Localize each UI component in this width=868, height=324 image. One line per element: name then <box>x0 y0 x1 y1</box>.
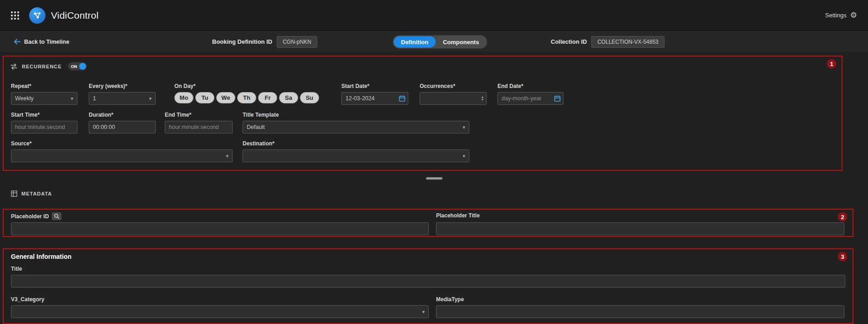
viditrol-app: VidiControl Settings ⚙ Back to Timeline … <box>0 0 868 324</box>
title-label: Title <box>11 266 845 272</box>
destination-field: Destination* ▾ <box>243 140 469 162</box>
source-label: Source* <box>11 140 233 147</box>
media-type-field: MediaType <box>436 296 844 318</box>
chevron-down-icon: ▾ <box>462 153 465 159</box>
duration-input[interactable] <box>89 121 156 134</box>
end-date-field: End Date* <box>497 83 563 105</box>
booking-toolbar: Back to Timeline Booking Definition ID C… <box>0 31 868 53</box>
chevron-down-icon: ▾ <box>71 96 73 102</box>
v3-category-field: V3_Category ▾ <box>11 296 429 318</box>
repeat-label: Repeat* <box>11 83 77 89</box>
booking-definition-label: Booking Definition ID <box>212 38 272 45</box>
metadata-section-header: METADATA <box>11 190 52 197</box>
end-time-input[interactable] <box>165 121 233 134</box>
apps-grid-icon[interactable] <box>11 11 19 20</box>
back-arrow-icon <box>14 39 20 45</box>
start-date-label: Start Date* <box>341 83 408 89</box>
tab-components[interactable]: Components <box>436 36 486 47</box>
title-template-select[interactable]: Default ▾ <box>243 121 469 134</box>
collection-label: Collection ID <box>551 38 587 45</box>
app-title: VidiControl <box>51 10 99 21</box>
toggle-knob <box>79 63 86 70</box>
day-toggle-we[interactable]: We <box>216 92 235 103</box>
end-date-label: End Date* <box>497 83 563 89</box>
v3-category-label: V3_Category <box>11 296 429 303</box>
repeat-field: Repeat* Weekly ▾ <box>11 83 77 105</box>
start-time-field: Start Time* <box>11 112 77 134</box>
view-toggle: Definition Components <box>393 35 487 48</box>
source-field: Source* ▾ <box>11 140 233 162</box>
end-time-field: End Time* <box>165 112 233 134</box>
splitter-handle-icon <box>426 177 442 180</box>
placeholder-title-input[interactable] <box>436 222 844 235</box>
v3-category-select[interactable]: ▾ <box>11 305 429 318</box>
chevron-down-icon: ▾ <box>422 309 425 315</box>
metadata-section-title: METADATA <box>21 191 52 196</box>
booking-definition-group: Booking Definition ID CGN-pNKN <box>212 36 317 48</box>
every-weeks-value: 1 <box>93 95 96 102</box>
recurrence-section: 1 RECURRENCE ON Repeat* Weekly ▾ Every (… <box>3 56 843 171</box>
app-header: VidiControl Settings ⚙ <box>0 0 868 31</box>
tab-definition[interactable]: Definition <box>394 36 436 47</box>
day-toggle-th[interactable]: Th <box>237 92 256 103</box>
back-to-timeline-button[interactable]: Back to Timeline <box>14 39 69 45</box>
calendar-icon[interactable] <box>554 95 561 102</box>
start-date-input[interactable] <box>341 92 408 105</box>
settings-label[interactable]: Settings <box>825 12 847 19</box>
start-time-label: Start Time* <box>11 112 77 118</box>
repeat-value: Weekly <box>15 95 34 102</box>
every-weeks-label: Every (weeks)* <box>89 83 156 89</box>
end-time-label: End Time* <box>165 112 233 118</box>
pane-splitter[interactable] <box>0 175 868 181</box>
start-time-input[interactable] <box>11 121 77 134</box>
chevron-down-icon: ▾ <box>226 153 228 159</box>
placeholder-id-field <box>11 222 429 235</box>
repeat-select[interactable]: Weekly ▾ <box>11 92 77 105</box>
destination-select[interactable]: ▾ <box>243 149 469 162</box>
day-toggle-sa[interactable]: Sa <box>279 92 298 103</box>
recurrence-section-title: RECURRENCE <box>22 64 62 69</box>
source-select[interactable]: ▾ <box>11 149 233 162</box>
start-date-field: Start Date* <box>341 83 408 105</box>
title-template-label: Title Template <box>243 112 469 118</box>
collection-value: COLLECTION-VX-54853 <box>591 36 664 48</box>
title-input[interactable] <box>11 275 845 288</box>
gear-icon[interactable]: ⚙ <box>850 11 857 19</box>
calendar-icon[interactable] <box>399 95 406 102</box>
recurrence-on-toggle[interactable]: ON <box>68 62 87 71</box>
annotation-badge-3: 3 <box>838 252 848 262</box>
chevron-down-icon: ▾ <box>462 124 465 130</box>
placeholder-id-input[interactable] <box>11 222 429 235</box>
on-day-label: On Day* <box>174 83 319 89</box>
day-picker: Mo Tu We Th Fr Sa Su <box>174 92 319 103</box>
booking-definition-value: CGN-pNKN <box>277 36 317 48</box>
chevron-down-icon: ▾ <box>149 96 152 102</box>
toggle-on-label: ON <box>71 64 77 69</box>
day-toggle-tu[interactable]: Tu <box>195 92 214 103</box>
occurrences-input[interactable] <box>420 92 487 105</box>
number-stepper-icon[interactable]: ▴▾ <box>482 96 483 101</box>
back-label: Back to Timeline <box>24 39 69 45</box>
every-weeks-select[interactable]: 1 ▾ <box>89 92 156 105</box>
placeholder-id-label: Placeholder ID <box>11 213 49 220</box>
occurrences-field: Occurrences* ▴▾ <box>420 83 487 105</box>
title-field: Title <box>11 266 845 288</box>
on-day-field: On Day* Mo Tu We Th Fr Sa Su <box>174 83 319 103</box>
collection-group: Collection ID COLLECTION-VX-54853 <box>551 36 665 48</box>
media-type-input[interactable] <box>436 305 844 318</box>
destination-label: Destination* <box>243 140 469 147</box>
annotation-badge-1: 1 <box>827 59 837 69</box>
title-template-field: Title Template Default ▾ <box>243 112 469 134</box>
app-logo-icon <box>29 7 46 24</box>
placeholder-title-label: Placeholder Title <box>436 212 480 219</box>
every-weeks-field: Every (weeks)* 1 ▾ <box>89 83 156 105</box>
annotation-badge-2: 2 <box>838 212 848 222</box>
metadata-grid-icon <box>11 190 17 197</box>
day-toggle-mo[interactable]: Mo <box>174 92 193 103</box>
media-type-label: MediaType <box>436 296 844 303</box>
search-icon[interactable] <box>52 212 61 220</box>
day-toggle-fr[interactable]: Fr <box>258 92 277 103</box>
title-template-value: Default <box>247 124 265 130</box>
day-toggle-su[interactable]: Su <box>300 92 319 103</box>
duration-label: Duration* <box>89 112 156 118</box>
